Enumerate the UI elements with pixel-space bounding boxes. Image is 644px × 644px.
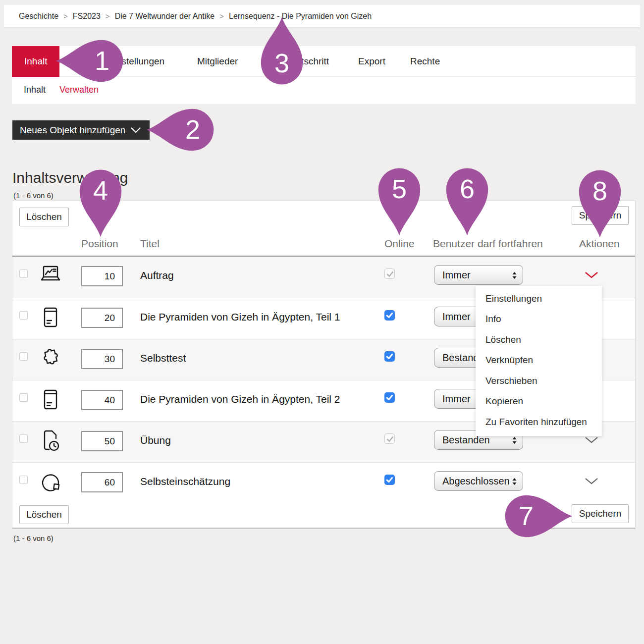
column-header-position: Position — [81, 238, 118, 250]
subtab-inhalt[interactable]: Inhalt — [24, 85, 46, 95]
position-input[interactable] — [81, 390, 123, 410]
marker-number: 3 — [274, 50, 289, 76]
proceed-select[interactable]: Immer — [434, 265, 523, 285]
puzzle-icon — [39, 345, 62, 372]
marker-number: 7 — [519, 502, 534, 529]
actions-chevron-open[interactable] — [585, 271, 598, 278]
table-header-row: Position Titel Online Benutzer darf fort… — [12, 238, 635, 256]
column-header-online: Online — [384, 238, 415, 250]
menu-item-kopieren[interactable]: Kopieren — [476, 391, 602, 412]
marker-number: 6 — [460, 175, 475, 202]
result-range-top: (1 - 6 von 6) — [13, 191, 54, 200]
item-title: Übung — [140, 434, 171, 446]
menu-item-verschieben[interactable]: Verschieben — [476, 371, 602, 391]
tab-inhalt[interactable]: Inhalt — [12, 46, 59, 77]
menu-item-verknuepfen[interactable]: Verknüpfen — [476, 350, 602, 371]
actions-chevron[interactable] — [585, 478, 598, 484]
row-select-checkbox[interactable] — [19, 476, 28, 484]
pie-circle-icon — [39, 469, 62, 495]
marker-number: 4 — [93, 177, 108, 204]
add-object-button[interactable]: Neues Objekt hinzufügen — [12, 120, 150, 140]
online-checkbox[interactable] — [384, 310, 395, 321]
save-button-bottom[interactable]: Speichern — [572, 504, 629, 523]
item-title: Selbsteinschätzung — [140, 476, 230, 487]
learning-module-icon — [39, 304, 62, 331]
menu-item-einstellungen[interactable]: Einstellungen — [476, 288, 602, 309]
row-select-checkbox[interactable] — [19, 393, 28, 402]
marker-number: 2 — [185, 116, 200, 143]
breadcrumb-item[interactable]: Geschichte — [19, 12, 58, 21]
position-input[interactable] — [81, 266, 123, 286]
proceed-value: Immer — [442, 393, 471, 405]
actions-dropdown-menu: Einstellungen Info Löschen Verknüpfen Ve… — [476, 286, 602, 436]
delete-button-bottom[interactable]: Löschen — [19, 505, 69, 524]
column-header-title: Titel — [140, 238, 160, 250]
chevron-down-icon — [131, 127, 141, 133]
select-spinner-icon — [512, 436, 517, 445]
position-input[interactable] — [81, 472, 123, 492]
delete-button-top[interactable]: Löschen — [19, 208, 69, 226]
proceed-value: Abgeschlossen — [442, 476, 510, 487]
position-input[interactable] — [81, 349, 123, 369]
online-checkbox[interactable] — [384, 351, 395, 362]
marker-number: 5 — [392, 175, 407, 202]
item-title: Die Pyramiden von Gizeh in Ägypten, Teil… — [140, 393, 340, 405]
result-range-bottom: (1 - 6 von 6) — [13, 534, 54, 542]
online-checkbox — [384, 433, 395, 444]
breadcrumb-separator: > — [219, 12, 224, 20]
tab-export[interactable]: Export — [358, 46, 385, 77]
marker-number: 8 — [592, 177, 607, 204]
row-select-checkbox[interactable] — [19, 269, 28, 278]
breadcrumb-separator: > — [63, 12, 68, 20]
proceed-value: Immer — [442, 269, 471, 281]
proceed-select[interactable]: Abgeschlossen — [434, 471, 523, 491]
online-checkbox[interactable] — [384, 475, 395, 485]
online-checkbox[interactable] — [384, 392, 395, 403]
tab-mitglieder[interactable]: Mitglieder — [197, 46, 238, 77]
proceed-value: Immer — [442, 311, 471, 322]
add-object-label: Neues Objekt hinzufügen — [20, 125, 125, 136]
subtab-verwalten[interactable]: Verwalten — [59, 85, 99, 95]
item-title: Die Pyramiden von Gizeh in Ägypten, Teil… — [140, 311, 340, 323]
item-title: Selbsttest — [140, 352, 186, 364]
column-header-actions: Aktionen — [579, 238, 620, 250]
file-clock-icon — [39, 428, 62, 454]
learning-module-icon — [39, 386, 62, 413]
laptop-chart-icon — [39, 263, 62, 289]
row-select-checkbox[interactable] — [19, 352, 28, 361]
select-spinner-icon — [512, 477, 517, 486]
actions-chevron[interactable] — [585, 436, 598, 443]
marker-number: 1 — [95, 47, 109, 74]
position-input[interactable] — [81, 308, 123, 328]
row-select-checkbox[interactable] — [19, 434, 28, 443]
menu-item-info[interactable]: Info — [476, 309, 602, 330]
row-select-checkbox[interactable] — [19, 311, 28, 320]
menu-item-loeschen[interactable]: Löschen — [476, 329, 602, 350]
online-checkbox — [384, 268, 395, 279]
item-title: Auftrag — [140, 269, 174, 281]
breadcrumb-item[interactable]: FS2023 — [73, 12, 101, 21]
select-spinner-icon — [512, 271, 517, 280]
tab-rechte[interactable]: Rechte — [410, 46, 440, 77]
column-header-proceed: Benutzer darf fortfahren — [433, 238, 543, 250]
menu-item-zu-favoriten[interactable]: Zu Favoriten hinzufügen — [476, 412, 602, 432]
position-input[interactable] — [81, 431, 123, 451]
breadcrumb: Geschichte > FS2023 > Die 7 Weltwunder d… — [4, 5, 640, 28]
breadcrumb-separator: > — [106, 12, 110, 20]
breadcrumb-item[interactable]: Die 7 Weltwunder der Antike — [115, 12, 215, 21]
